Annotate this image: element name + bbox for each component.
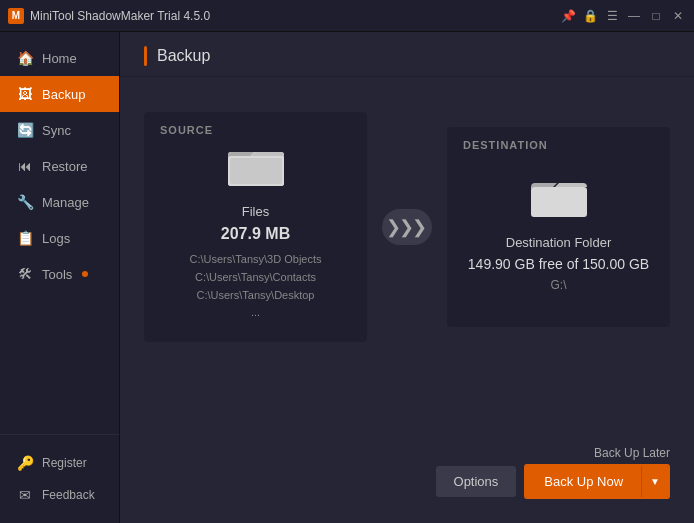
home-icon: 🏠 [16, 50, 34, 66]
menu-icon[interactable]: ☰ [604, 8, 620, 24]
content-area: Backup SOURCE [120, 32, 694, 523]
destination-free: 149.90 GB free of 150.00 GB [468, 256, 649, 272]
sidebar-item-backup[interactable]: 🖼 Backup [0, 76, 119, 112]
sidebar-label-tools: Tools [42, 267, 72, 282]
source-dest-row: SOURCE Files 207.9 MB [144, 97, 670, 357]
svg-rect-3 [230, 158, 282, 184]
app-title: MiniTool ShadowMaker Trial 4.5.0 [30, 9, 210, 23]
svg-rect-5 [531, 187, 587, 217]
source-size: 207.9 MB [221, 225, 290, 243]
tools-notification-dot [82, 271, 88, 277]
close-button[interactable]: ✕ [670, 8, 686, 24]
manage-icon: 🔧 [16, 194, 34, 210]
backup-now-button[interactable]: Back Up Now [526, 466, 641, 497]
main-layout: 🏠 Home 🖼 Backup 🔄 Sync ⏮ Restore 🔧 Manag… [0, 32, 694, 523]
sidebar: 🏠 Home 🖼 Backup 🔄 Sync ⏮ Restore 🔧 Manag… [0, 32, 120, 523]
title-bar: M MiniTool ShadowMaker Trial 4.5.0 📌 🔒 ☰… [0, 0, 694, 32]
minimize-button[interactable]: — [626, 8, 642, 24]
sidebar-item-sync[interactable]: 🔄 Sync [0, 112, 119, 148]
dropdown-chevron-icon: ▼ [650, 476, 660, 487]
backup-now-dropdown-button[interactable]: ▼ [641, 466, 668, 497]
feedback-icon: ✉ [16, 487, 34, 503]
sidebar-label-register: Register [42, 456, 87, 470]
arrow-button[interactable]: ❯❯❯ [382, 209, 432, 245]
register-icon: 🔑 [16, 455, 34, 471]
sidebar-item-manage[interactable]: 🔧 Manage [0, 184, 119, 220]
backup-icon: 🖼 [16, 86, 34, 102]
destination-folder-icon [531, 173, 587, 225]
sidebar-label-sync: Sync [42, 123, 71, 138]
sidebar-label-feedback: Feedback [42, 488, 95, 502]
header-accent-bar [144, 46, 147, 66]
source-name: Files [242, 204, 269, 219]
title-bar-controls: 📌 🔒 ☰ — □ ✕ [560, 8, 686, 24]
page-header: Backup [120, 32, 694, 77]
sidebar-label-logs: Logs [42, 231, 70, 246]
back-later-area: Back Up Later Options Back Up Now ▼ [436, 446, 670, 499]
source-label: SOURCE [160, 124, 213, 136]
source-path-more: ... [251, 306, 260, 318]
options-button[interactable]: Options [436, 466, 517, 497]
logs-icon: 📋 [16, 230, 34, 246]
sync-icon: 🔄 [16, 122, 34, 138]
destination-drive: G:\ [550, 278, 566, 292]
destination-card[interactable]: DESTINATION Destination Folder 149.90 GB… [447, 127, 670, 327]
sidebar-bottom: 🔑 Register ✉ Feedback [0, 434, 119, 523]
source-path-1: C:\Users\Tansy\3D Objects [189, 253, 321, 265]
sidebar-label-restore: Restore [42, 159, 88, 174]
sidebar-item-restore[interactable]: ⏮ Restore [0, 148, 119, 184]
backup-later-button[interactable]: Back Up Later [594, 446, 670, 460]
lock-icon[interactable]: 🔒 [582, 8, 598, 24]
sidebar-item-tools[interactable]: 🛠 Tools [0, 256, 119, 292]
sidebar-nav: 🏠 Home 🖼 Backup 🔄 Sync ⏮ Restore 🔧 Manag… [0, 32, 119, 434]
sidebar-label-home: Home [42, 51, 77, 66]
app-icon: M [8, 8, 24, 24]
bottom-actions: Back Up Later Options Back Up Now ▼ [144, 434, 670, 503]
sidebar-item-feedback[interactable]: ✉ Feedback [0, 479, 119, 511]
destination-name: Destination Folder [506, 235, 612, 250]
tools-icon: 🛠 [16, 266, 34, 282]
pin-icon[interactable]: 📌 [560, 8, 576, 24]
sidebar-item-logs[interactable]: 📋 Logs [0, 220, 119, 256]
maximize-button[interactable]: □ [648, 8, 664, 24]
restore-icon: ⏮ [16, 158, 34, 174]
page-title: Backup [157, 47, 210, 65]
destination-label: DESTINATION [463, 139, 548, 151]
source-path-3: C:\Users\Tansy\Desktop [197, 289, 315, 301]
source-paths: C:\Users\Tansy\3D Objects C:\Users\Tansy… [189, 251, 321, 321]
sidebar-label-backup: Backup [42, 87, 85, 102]
arrow-icon: ❯❯❯ [386, 216, 425, 238]
source-folder-icon [228, 142, 284, 194]
sidebar-label-manage: Manage [42, 195, 89, 210]
title-bar-left: M MiniTool ShadowMaker Trial 4.5.0 [8, 8, 210, 24]
sidebar-item-register[interactable]: 🔑 Register [0, 447, 119, 479]
source-card[interactable]: SOURCE Files 207.9 MB [144, 112, 367, 341]
source-path-2: C:\Users\Tansy\Contacts [195, 271, 316, 283]
sidebar-item-home[interactable]: 🏠 Home [0, 40, 119, 76]
arrow-area: ❯❯❯ [367, 209, 447, 245]
backup-now-group: Back Up Now ▼ [524, 464, 670, 499]
backup-content: SOURCE Files 207.9 MB [120, 77, 694, 523]
